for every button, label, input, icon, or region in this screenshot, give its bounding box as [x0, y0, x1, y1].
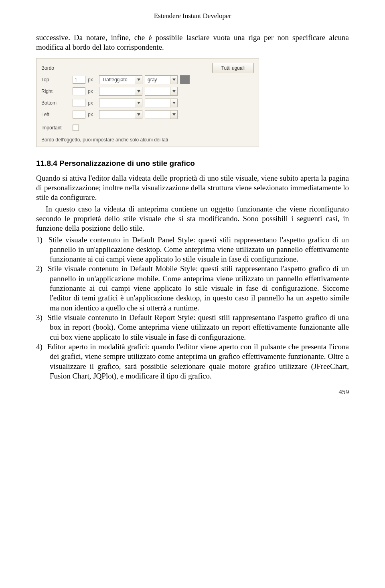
- chevron-down-icon: [170, 111, 177, 119]
- border-unit: px: [88, 77, 97, 83]
- panel-hint: Bordo dell'oggetto, puoi impostare anche…: [41, 137, 254, 143]
- border-style-select[interactable]: [99, 87, 142, 96]
- section-heading: 11.8.4 Personalizzazione di uno stile gr…: [36, 159, 349, 168]
- chevron-down-icon: [135, 111, 142, 119]
- border-color-select[interactable]: gray: [145, 75, 178, 84]
- border-width-input[interactable]: [73, 76, 85, 84]
- panel-title: Bordo: [41, 65, 70, 71]
- border-color-select[interactable]: [145, 87, 178, 96]
- border-color-select[interactable]: [145, 99, 178, 107]
- border-row-bottom: Bottom px: [41, 97, 254, 109]
- chevron-down-icon: [170, 87, 177, 95]
- border-color-select[interactable]: [145, 110, 178, 119]
- border-width-input[interactable]: [73, 87, 85, 95]
- border-row-top: Top px Tratteggiato gray: [41, 74, 254, 86]
- chevron-down-icon: [135, 99, 142, 107]
- border-color-value: gray: [148, 77, 157, 83]
- border-side-label: Bottom: [41, 100, 70, 106]
- important-label: Important: [41, 125, 70, 131]
- border-style-select[interactable]: [99, 110, 142, 119]
- chevron-down-icon: [135, 76, 142, 84]
- border-width-input[interactable]: [73, 99, 85, 107]
- border-row-left: Left px: [41, 109, 254, 121]
- border-style-select[interactable]: [99, 99, 142, 107]
- numbered-list: 1) Stile visuale contenuto in Default Pa…: [36, 235, 349, 381]
- color-swatch[interactable]: [180, 75, 190, 84]
- all-equal-button[interactable]: Tutti uguali: [212, 63, 254, 73]
- border-side-label: Left: [41, 112, 70, 117]
- body-paragraph-1: Quando si attiva l'editor dalla videata …: [36, 173, 349, 203]
- chevron-down-icon: [170, 99, 177, 107]
- border-unit: px: [88, 100, 97, 106]
- list-item: 4) Editor aperto in modalità grafici: qu…: [36, 342, 349, 381]
- chevron-down-icon: [135, 87, 142, 95]
- list-item: 1) Stile visuale contenuto in Default Pa…: [36, 235, 349, 264]
- border-unit: px: [88, 112, 97, 117]
- page-number: 459: [36, 388, 349, 396]
- border-properties-panel: Bordo Tutti uguali Top px Tratteggiato g…: [36, 58, 259, 147]
- border-style-select[interactable]: Tratteggiato: [99, 75, 142, 84]
- border-width-input[interactable]: [73, 111, 85, 119]
- chevron-down-icon: [170, 76, 177, 84]
- important-checkbox[interactable]: [73, 125, 79, 131]
- running-head: Estendere Instant Developer: [36, 12, 349, 20]
- border-row-right: Right px: [41, 86, 254, 97]
- list-item: 3) Stile visuale contenuto in Default Re…: [36, 313, 349, 342]
- border-side-label: Top: [41, 77, 70, 83]
- border-unit: px: [88, 89, 97, 94]
- list-item: 2) Stile visuale contenuto in Default Mo…: [36, 264, 349, 313]
- border-style-value: Tratteggiato: [102, 77, 128, 83]
- intro-paragraph: successive. Da notare, infine, che è pos…: [36, 33, 349, 52]
- border-side-label: Right: [41, 89, 70, 94]
- body-paragraph-2: In questo caso la videata di anteprima c…: [36, 204, 349, 234]
